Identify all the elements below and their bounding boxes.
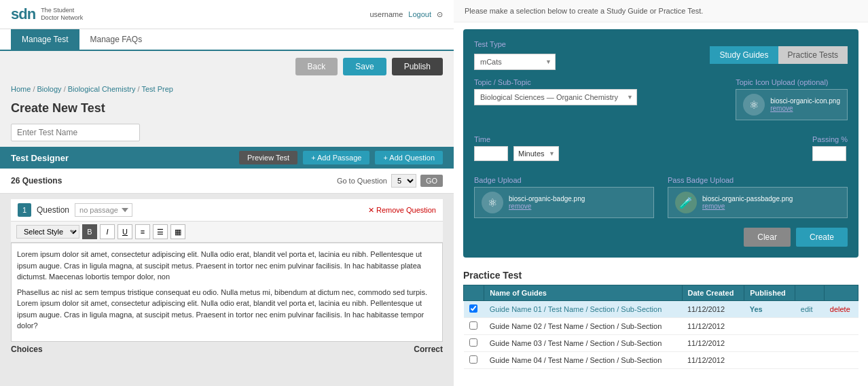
date-created: 11/12/2012 <box>682 352 744 369</box>
table-row: Guide Name 01 / Test Name / Section / Su… <box>464 301 858 318</box>
breadcrumb-biology[interactable]: Biology <box>37 85 62 93</box>
col-published: Published <box>744 285 795 301</box>
edit-cell <box>795 335 825 352</box>
topic-icon-remove[interactable]: remove <box>770 105 840 112</box>
edit-link[interactable]: edit <box>801 305 813 313</box>
guide-name: Guide Name 03 / Test Name / Section / Su… <box>484 335 682 352</box>
minutes-select[interactable]: Minutes <box>513 146 559 161</box>
passing-label: Passing % <box>812 135 848 143</box>
remove-question-button[interactable]: ✕ Remove Question <box>368 206 436 215</box>
question-text-area[interactable]: Lorem ipsum dolor sit amet, consectetur … <box>11 243 443 342</box>
modal-card: Test Type mCats Study Guides Practice Te… <box>463 29 858 258</box>
go-button[interactable]: GO <box>420 175 443 187</box>
time-value-input[interactable] <box>474 146 508 161</box>
list2-button[interactable]: ☰ <box>153 224 168 239</box>
edit-cell: edit <box>795 301 825 318</box>
practice-tests-button[interactable]: Practice Tests <box>778 46 848 64</box>
guide-name: Guide Name 01 / Test Name / Section / Su… <box>484 301 682 318</box>
goto-select[interactable]: 5 1234 <box>391 174 416 188</box>
pass-badge-icon-preview: 🧪 <box>675 192 697 213</box>
list3-button[interactable]: ▦ <box>170 224 185 239</box>
question-editor: 1 Question no passage ✕ Remove Question … <box>0 194 454 386</box>
col-date: Date Created <box>682 285 744 301</box>
badge-label: Badge Upload <box>474 176 654 184</box>
passage-select-wrap[interactable]: no passage <box>75 203 132 217</box>
pass-badge-remove[interactable]: remove <box>702 203 793 210</box>
add-question-button[interactable]: + Add Question <box>375 151 443 164</box>
topic-select-wrap[interactable]: Biological Sciences — Organic Chemistry <box>474 89 637 105</box>
create-button[interactable]: Create <box>796 228 848 247</box>
preview-test-button[interactable]: Preview Test <box>239 151 297 164</box>
save-button[interactable]: Save <box>343 58 386 75</box>
test-name-input[interactable] <box>11 124 140 141</box>
published-status <box>744 318 795 335</box>
minutes-select-wrap[interactable]: Minutes <box>513 146 559 161</box>
topic-row: Topic / Sub-Topic Biological Sciences — … <box>474 78 848 127</box>
pass-badge-group: Pass Badge Upload 🧪 biosci-organic-passb… <box>668 176 848 218</box>
choices-label: Choices Correct <box>11 342 443 357</box>
row-checkbox[interactable] <box>469 304 477 313</box>
delete-cell <box>825 335 858 352</box>
passing-group: Passing % <box>812 135 848 161</box>
tab-manage-faqs[interactable]: Manage FAQs <box>79 29 153 50</box>
goto-wrap: Go to Question 5 1234 GO <box>337 174 443 188</box>
date-created: 11/12/2012 <box>682 335 744 352</box>
add-passage-button[interactable]: + Add Passage <box>303 151 369 164</box>
logo-sdn: sdn <box>11 5 35 23</box>
topic-select[interactable]: Biological Sciences — Organic Chemistry <box>474 89 637 105</box>
breadcrumb-biochemistry[interactable]: Biological Chemistry <box>68 85 136 93</box>
test-type-select[interactable]: mCats <box>474 54 556 70</box>
time-group: Time Minutes <box>474 135 559 161</box>
test-type-select-wrap[interactable]: mCats <box>474 54 556 70</box>
breadcrumb-home[interactable]: Home <box>11 85 31 93</box>
back-button[interactable]: Back <box>295 58 338 75</box>
published-status <box>744 352 795 369</box>
clear-button[interactable]: Clear <box>744 228 791 247</box>
italic-button[interactable]: I <box>100 224 115 239</box>
goto-label: Go to Question <box>337 177 387 185</box>
passing-input[interactable] <box>812 146 846 161</box>
paragraph2: Phasellus ac nisl ac sem tempus tristiqu… <box>17 287 437 332</box>
time-inputs: Minutes <box>474 146 559 161</box>
question-header: 1 Question no passage ✕ Remove Question <box>11 199 443 222</box>
bold-button[interactable]: B <box>82 224 97 239</box>
toolbar: Back Save Publish <box>0 51 454 82</box>
passage-select[interactable]: no passage <box>75 203 132 217</box>
logout-link[interactable]: Logout <box>408 10 431 18</box>
underline-button[interactable]: U <box>117 224 132 239</box>
designer-title: Test Designer <box>11 153 69 163</box>
practice-title: Practice Test <box>463 270 858 281</box>
edit-cell <box>795 352 825 369</box>
delete-cell <box>825 318 858 335</box>
delete-link[interactable]: delete <box>830 305 850 313</box>
pass-badge-label: Pass Badge Upload <box>668 176 848 184</box>
study-guides-button[interactable]: Study Guides <box>710 46 778 64</box>
guide-name: Guide Name 04 / Test Name / Section / Su… <box>484 352 682 369</box>
header-right: username Logout ⊙ <box>369 10 443 19</box>
badge-remove[interactable]: remove <box>509 203 585 210</box>
style-select-wrap[interactable]: Select Style <box>16 225 79 239</box>
top-notice: Please make a selection below to create … <box>454 0 868 22</box>
row-checkbox[interactable] <box>469 321 477 330</box>
designer-actions: Preview Test + Add Passage + Add Questio… <box>239 151 443 164</box>
page-title: Create New Test <box>0 96 454 121</box>
col-name: Name of Guides <box>484 285 682 301</box>
row-checkbox[interactable] <box>469 355 477 364</box>
publish-button[interactable]: Publish <box>392 58 443 75</box>
tab-manage-test[interactable]: Manage Test <box>11 29 79 50</box>
topic-label: Topic / Sub-Topic <box>474 78 637 86</box>
breadcrumb: Home / Biology / Biological Chemistry / … <box>0 82 454 96</box>
left-panel: sdn The Student Doctor Network username … <box>0 0 454 386</box>
guide-name: Guide Name 02 / Test Name / Section / Su… <box>484 318 682 335</box>
published-status: Yes <box>744 301 795 318</box>
username-label: username <box>369 10 403 18</box>
badge-icon-preview: ⚛ <box>482 192 503 213</box>
col-edit <box>795 285 825 301</box>
badge-info: biosci-organic-badge.png remove <box>509 195 585 210</box>
topic-icon-filename: biosci-organic-icon.png <box>770 97 840 105</box>
list1-button[interactable]: ≡ <box>135 224 150 239</box>
row-checkbox[interactable] <box>469 338 477 347</box>
style-select[interactable]: Select Style <box>16 225 79 239</box>
breadcrumb-testprep[interactable]: Test Prep <box>141 85 173 93</box>
logout-icon: ⊙ <box>437 10 443 19</box>
